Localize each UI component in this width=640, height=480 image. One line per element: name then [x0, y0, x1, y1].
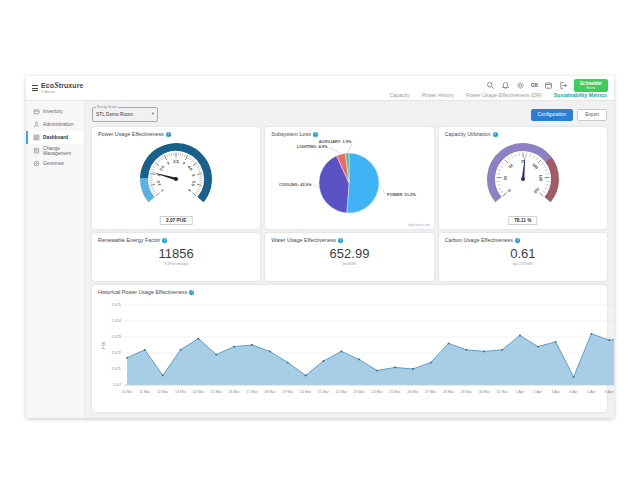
- administration-icon: [33, 121, 40, 128]
- svg-text:4 Apr: 4 Apr: [569, 390, 578, 394]
- capacity-value-box: 78.11 %: [508, 216, 537, 225]
- svg-text:25: 25: [503, 176, 507, 180]
- energy-scope-label: Energy Scope: [96, 106, 118, 109]
- ecostruxure-logo[interactable]: EcoStruxure IT Advisor: [32, 76, 84, 100]
- svg-text:1 Apr: 1 Apr: [516, 390, 525, 394]
- stat-value: 652.99: [271, 247, 427, 261]
- svg-text:1.5: 1.5: [157, 180, 162, 186]
- sidebar-item-change-management[interactable]: Change Management: [26, 144, 84, 157]
- stat-unit: kg CO2/kWh: [445, 262, 601, 266]
- subsystem-loss-pie-chart: POWER: 51.2%COOLING: 42.0%LIGHTING: 4.9%…: [272, 137, 426, 217]
- stat-value: 0.61: [445, 247, 601, 261]
- card-title: Water Usage Effectiveness: [271, 237, 336, 243]
- info-icon[interactable]: i: [338, 238, 343, 243]
- highcharts-credit-link[interactable]: highcharts.com: [408, 223, 430, 227]
- svg-text:11 Mar: 11 Mar: [139, 390, 151, 394]
- svg-text:17 Mar: 17 Mar: [246, 390, 258, 394]
- chevron-down-icon: ▾: [152, 112, 154, 117]
- gear-icon[interactable]: [516, 81, 525, 90]
- svg-text:23 Mar: 23 Mar: [354, 390, 366, 394]
- svg-text:16 Mar: 16 Mar: [229, 390, 241, 394]
- svg-text:6: 6: [187, 188, 191, 192]
- sidebar-menu: InventoryAdministrationDashboardChange M…: [26, 105, 84, 170]
- svg-text:2.07: 2.07: [114, 383, 121, 387]
- svg-text:150: 150: [533, 187, 540, 194]
- main-content: Energy Scope STL Demo Room ▾ Configurati…: [85, 101, 614, 418]
- menu-icon[interactable]: [32, 85, 38, 91]
- svg-text:50: 50: [508, 163, 514, 169]
- sidebar-item-label: Genomes: [43, 161, 64, 166]
- change-management-icon: [33, 147, 40, 154]
- svg-text:3: 3: [167, 161, 171, 166]
- sidebar-item-administration[interactable]: Administration: [26, 118, 84, 131]
- svg-text:18 Mar: 18 Mar: [264, 390, 276, 394]
- app-header: EcoStruxure IT Advisor GB Schneider Elec…: [26, 76, 614, 101]
- card-capacity-utilization: Capacity Utilizationi 0255075100125150 7…: [439, 127, 607, 229]
- stat-value: 11856: [98, 247, 254, 261]
- svg-text:13 Mar: 13 Mar: [175, 390, 187, 394]
- search-icon[interactable]: [486, 81, 495, 90]
- info-icon[interactable]: i: [162, 238, 167, 243]
- schneider-electric-button[interactable]: Schneider Electric: [574, 79, 608, 92]
- stat-unit: % (Percentage): [98, 262, 254, 266]
- sidebar-item-label: Administration: [43, 122, 73, 127]
- pue-value-box: 2.07 PUE: [160, 216, 193, 225]
- svg-text:2.073: 2.073: [111, 335, 121, 339]
- genomes-icon: [33, 160, 40, 167]
- svg-text:POWER: 51.2%: POWER: 51.2%: [387, 192, 416, 197]
- sidebar: InventoryAdministrationDashboardChange M…: [26, 101, 85, 418]
- svg-text:3 Apr: 3 Apr: [551, 390, 560, 394]
- bell-icon[interactable]: [501, 81, 510, 90]
- svg-text:15 Mar: 15 Mar: [211, 390, 223, 394]
- apps-icon[interactable]: [544, 81, 553, 90]
- svg-text:24 Mar: 24 Mar: [371, 390, 383, 394]
- svg-text:2.5: 2.5: [159, 165, 165, 172]
- page: EcoStruxure IT Advisor GB Schneider Elec…: [0, 0, 640, 480]
- card-renewable-energy-factor: Renewable Energy Factori11856% (Percenta…: [92, 233, 260, 281]
- svg-text:28 Mar: 28 Mar: [443, 390, 455, 394]
- svg-text:19 Mar: 19 Mar: [282, 390, 294, 394]
- svg-text:0: 0: [507, 188, 511, 192]
- logo-wordmark: EcoStruxure: [41, 82, 84, 90]
- svg-text:COOLING: 42.0%: COOLING: 42.0%: [280, 182, 313, 187]
- header-icon-row: GB Schneider Electric: [486, 79, 608, 92]
- svg-text:10 Mar: 10 Mar: [121, 390, 133, 394]
- svg-text:6 Apr: 6 Apr: [605, 390, 614, 394]
- svg-text:14 Mar: 14 Mar: [193, 390, 205, 394]
- sidebar-item-genomes[interactable]: Genomes: [26, 157, 84, 170]
- svg-text:125: 125: [538, 175, 542, 182]
- info-icon[interactable]: i: [493, 132, 498, 137]
- info-icon[interactable]: i: [166, 132, 171, 137]
- svg-text:25 Mar: 25 Mar: [389, 390, 401, 394]
- svg-text:2.074: 2.074: [111, 319, 121, 323]
- svg-text:21 Mar: 21 Mar: [318, 390, 330, 394]
- card-water-usage-effectiveness: Water Usage Effectivenessi652.99liter/kW…: [265, 233, 433, 281]
- svg-text:1: 1: [161, 188, 165, 192]
- svg-text:5 Apr: 5 Apr: [587, 390, 596, 394]
- export-button[interactable]: Export: [577, 109, 607, 121]
- info-icon[interactable]: i: [313, 132, 318, 137]
- locale-badge[interactable]: GB: [531, 83, 538, 88]
- sidebar-item-dashboard[interactable]: Dashboard: [26, 131, 84, 144]
- card-title: Historical Power Usage Effectiveness: [98, 289, 187, 295]
- sidebar-item-label: Dashboard: [43, 135, 68, 140]
- logo-subtitle: IT Advisor: [41, 91, 84, 94]
- configuration-button[interactable]: Configuration: [531, 109, 574, 121]
- svg-text:5.5: 5.5: [191, 180, 196, 186]
- sidebar-item-inventory[interactable]: Inventory: [26, 105, 84, 118]
- svg-text:29 Mar: 29 Mar: [461, 390, 473, 394]
- info-icon[interactable]: i: [515, 238, 520, 243]
- sidebar-item-label: Inventory: [43, 109, 63, 114]
- svg-text:3.5: 3.5: [174, 160, 179, 164]
- svg-text:22 Mar: 22 Mar: [336, 390, 348, 394]
- svg-text:2 Apr: 2 Apr: [534, 390, 543, 394]
- svg-text:PUE: PUE: [102, 341, 106, 349]
- info-icon[interactable]: i: [189, 290, 194, 295]
- energy-scope-select[interactable]: Energy Scope STL Demo Room ▾: [92, 107, 158, 122]
- svg-text:4: 4: [182, 161, 186, 166]
- svg-text:LIGHTING: 4.9%: LIGHTING: 4.9%: [297, 144, 328, 149]
- svg-text:5: 5: [191, 174, 195, 177]
- svg-text:26 Mar: 26 Mar: [407, 390, 419, 394]
- logout-icon[interactable]: [559, 81, 568, 90]
- dashboard-icon: [33, 134, 40, 141]
